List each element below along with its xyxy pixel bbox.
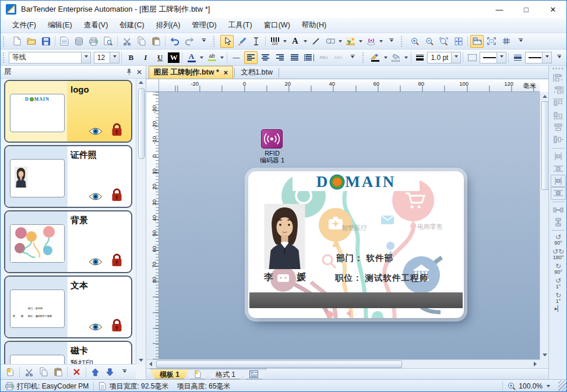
visibility-eye-icon[interactable] xyxy=(88,257,103,267)
dash-style-dropdown[interactable] xyxy=(496,52,506,63)
toolbar-grip[interactable] xyxy=(401,36,406,47)
layer-toolbar-overflow[interactable] xyxy=(118,366,131,379)
line-weight-dropdown[interactable] xyxy=(451,52,460,63)
toolbar-overflow-button[interactable] xyxy=(552,51,566,64)
zoom-out-button[interactable] xyxy=(422,35,436,48)
print-preview-button[interactable] xyxy=(101,35,115,48)
increase-font-button[interactable]: ABc xyxy=(317,51,330,64)
horizontal-scrollbar[interactable] xyxy=(146,359,540,368)
minimize-button[interactable]: — xyxy=(486,1,513,18)
menu-file[interactable]: 文件(F) xyxy=(6,18,42,33)
menu-window[interactable]: 窗口(W) xyxy=(258,18,296,33)
menu-arrange[interactable]: 排列(A) xyxy=(150,18,186,33)
copy-layer-button[interactable] xyxy=(37,366,50,379)
maximize-button[interactable]: □ xyxy=(513,1,540,18)
document-tab-2[interactable]: 文档1.btw xyxy=(236,66,277,79)
equal-vertical-spacing-icon[interactable] xyxy=(551,216,566,228)
rfid-encoder-object[interactable] xyxy=(261,129,283,149)
toggle-rulers-button[interactable] xyxy=(470,35,484,48)
layer-item-magcard[interactable]: 磁卡 预打印 xyxy=(4,341,132,364)
menu-help[interactable]: 帮助(H) xyxy=(296,18,332,33)
rfid-dropdown[interactable] xyxy=(379,40,383,44)
layers-scrollbar-thumb[interactable] xyxy=(138,88,145,159)
picture-dropdown[interactable] xyxy=(359,40,362,44)
toolbar-overflow-button[interactable] xyxy=(346,51,360,64)
lock-icon[interactable] xyxy=(111,188,123,203)
dash-style-combobox[interactable] xyxy=(480,52,506,63)
font-name-dropdown[interactable] xyxy=(81,52,90,63)
toolbar-grip[interactable] xyxy=(3,36,8,47)
menu-edit[interactable]: 编辑(E) xyxy=(42,18,78,33)
close-panel-icon[interactable]: ✕ xyxy=(136,68,142,76)
lock-icon[interactable] xyxy=(111,318,123,333)
rotate-left-90-button[interactable]: ↺90° xyxy=(554,234,562,246)
layer-item-photo[interactable]: 证件照 xyxy=(4,145,132,208)
underline-button[interactable]: U xyxy=(153,51,167,64)
layer-item-text[interactable]: 部门： 软件部 李 媛 职位： 测试软件工程师 文本 xyxy=(4,276,132,338)
line-color-button[interactable] xyxy=(369,51,382,64)
text-dropdown[interactable] xyxy=(304,40,307,44)
pin-icon[interactable] xyxy=(126,69,132,75)
scroll-up-arrow[interactable] xyxy=(540,92,549,101)
toolbar-overflow-button[interactable] xyxy=(385,35,398,48)
move-layer-down-button[interactable] xyxy=(103,366,117,379)
zoom-dropdown[interactable] xyxy=(547,385,550,389)
scroll-right-arrow[interactable] xyxy=(531,360,540,369)
card-position-text[interactable]: 职位： 测试软件工程师 xyxy=(335,273,428,284)
toolbar-grip[interactable] xyxy=(3,52,7,63)
lock-icon[interactable] xyxy=(111,122,123,137)
visibility-eye-icon[interactable] xyxy=(88,192,103,202)
equal-horizontal-spacing-icon[interactable] xyxy=(551,204,566,216)
resize-grip[interactable] xyxy=(558,380,566,392)
card-magnetic-stripe[interactable] xyxy=(249,292,463,308)
undo-button[interactable] xyxy=(168,35,181,48)
font-size-combobox[interactable]: 12 xyxy=(94,52,120,63)
no-line-button[interactable]: — xyxy=(230,51,243,64)
bold-button[interactable]: B xyxy=(124,51,138,64)
align-top-edges-icon[interactable] xyxy=(551,97,566,109)
justify-button[interactable] xyxy=(288,51,301,64)
toolbar-overflow-button[interactable] xyxy=(197,35,210,48)
lock-icon[interactable] xyxy=(111,253,123,268)
center-in-template-h-icon[interactable] xyxy=(551,175,566,187)
justify-distribute-button[interactable] xyxy=(302,51,316,64)
redo-button[interactable] xyxy=(182,35,196,48)
rotate-right-90-button[interactable]: ↻90° xyxy=(554,263,562,275)
align-left-edges-icon[interactable] xyxy=(551,72,566,84)
move-layer-up-button[interactable] xyxy=(89,366,102,379)
delete-layer-button[interactable] xyxy=(70,366,83,379)
database-setup-button[interactable] xyxy=(72,35,86,48)
format-tab-button[interactable] xyxy=(241,369,267,379)
dock-expand-icon[interactable]: ▸▏ xyxy=(555,305,562,312)
cut-layer-button[interactable] xyxy=(22,366,36,379)
copy-button[interactable] xyxy=(135,35,148,48)
compound-style-dropdown[interactable] xyxy=(542,52,551,63)
toggle-boundaries-button[interactable] xyxy=(485,35,498,48)
badge-card[interactable]: 智慧医疗 电商零售 现代物流 公共事业 DMAIN 部门： 软件部 李 媛 职位… xyxy=(248,171,464,318)
close-button[interactable]: ✕ xyxy=(540,1,566,18)
menu-view[interactable]: 查看(V) xyxy=(78,18,114,33)
align-horizontal-centers-icon[interactable] xyxy=(551,121,566,133)
toggle-grid-button[interactable] xyxy=(499,35,513,48)
align-left-button[interactable] xyxy=(244,51,258,64)
font-color-dropdown[interactable] xyxy=(200,56,203,61)
menu-manage[interactable]: 管理(D) xyxy=(186,18,222,33)
cut-button[interactable] xyxy=(120,35,133,48)
open-button[interactable] xyxy=(24,35,38,48)
wingdings-button[interactable]: W xyxy=(168,52,179,63)
card-name-text[interactable]: 李 媛 xyxy=(264,271,313,284)
rotate-left-1-button[interactable]: ↺1° xyxy=(555,277,561,289)
center-horizontally-icon[interactable] xyxy=(551,150,566,163)
rotate-right-1-button[interactable]: ↻1° xyxy=(555,292,561,304)
align-bottom-edges-icon[interactable] xyxy=(551,109,566,121)
horizontal-scroll-thumb[interactable] xyxy=(156,361,402,368)
save-button[interactable] xyxy=(39,35,52,48)
text-cursor-tool-button[interactable] xyxy=(249,35,263,48)
toolbar-grip[interactable] xyxy=(213,36,218,47)
toolbar-overflow-button[interactable] xyxy=(514,35,527,48)
print-button[interactable] xyxy=(87,35,100,48)
select-tool-button[interactable] xyxy=(220,35,234,48)
font-name-combobox[interactable]: 等线 xyxy=(9,52,91,63)
line-color-dropdown[interactable] xyxy=(384,56,388,61)
scroll-left-arrow[interactable] xyxy=(146,360,155,369)
